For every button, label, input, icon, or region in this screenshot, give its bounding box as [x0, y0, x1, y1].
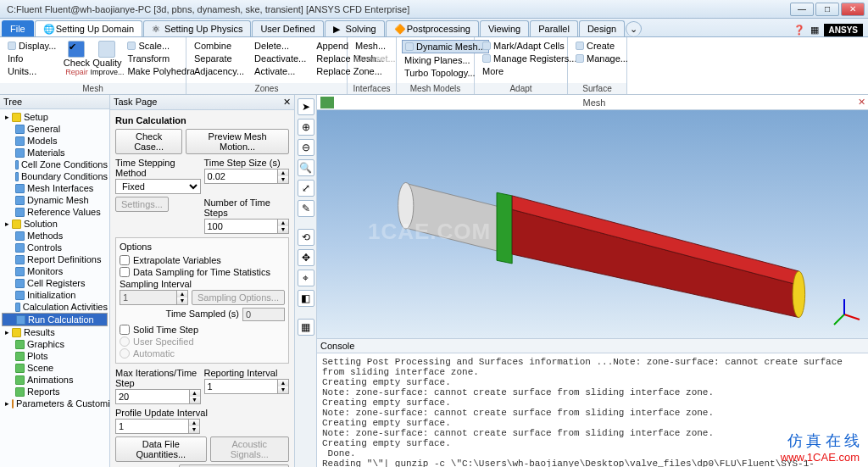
- tab-design[interactable]: Design: [579, 20, 625, 36]
- axis-tool[interactable]: ⌖: [298, 270, 314, 286]
- tab-postprocessing[interactable]: 🔶Postprocessing: [386, 20, 479, 36]
- tree-node[interactable]: Animations: [2, 374, 108, 386]
- tree-node[interactable]: Run Calculation: [2, 313, 108, 326]
- create-surface-button[interactable]: Create: [573, 40, 631, 52]
- probe-tool[interactable]: ✎: [298, 200, 314, 217]
- tab-parallel[interactable]: Parallel: [530, 20, 578, 36]
- layout-icon[interactable]: ▦: [810, 25, 819, 36]
- info-button[interactable]: Info: [5, 53, 58, 64]
- tab-setting-up-physics[interactable]: ⚛Setting Up Physics: [143, 20, 251, 36]
- deactivate-button[interactable]: Deactivate...: [252, 53, 309, 64]
- units-button[interactable]: Units...: [5, 65, 58, 77]
- spinner[interactable]: ▲▼: [278, 169, 289, 184]
- cube-tool[interactable]: ◧: [298, 290, 314, 307]
- rotate-tool[interactable]: ⟲: [298, 229, 314, 246]
- check-case-button[interactable]: Check Case...: [115, 129, 182, 154]
- tree-node[interactable]: Report Definitions: [2, 253, 108, 265]
- separate-button[interactable]: Separate: [192, 53, 247, 64]
- tree-node[interactable]: ▸Parameters & Customiz...: [2, 398, 108, 409]
- tree-node[interactable]: Models: [2, 135, 108, 147]
- close-button[interactable]: ✕: [841, 3, 865, 16]
- zoom-box-tool[interactable]: 🔍: [298, 159, 314, 176]
- max-iter-input[interactable]: [115, 389, 190, 404]
- extrapolate-checkbox[interactable]: Extrapolate Variables: [120, 254, 285, 266]
- mark-adapt-button[interactable]: Mark/Adapt Cells: [480, 40, 579, 52]
- canvas-3d[interactable]: 1CAE.COM: [317, 110, 868, 338]
- tab-user-defined[interactable]: User Defined: [252, 20, 323, 36]
- data-file-quantities-button[interactable]: Data File Quantities...: [115, 436, 207, 462]
- preview-mesh-button[interactable]: Preview Mesh Motion...: [186, 129, 289, 154]
- fit-tool[interactable]: ⤢: [298, 180, 314, 197]
- tree-node[interactable]: Reports: [2, 386, 108, 398]
- activate-button[interactable]: Activate...: [252, 65, 309, 77]
- display-button[interactable]: Display...: [5, 40, 58, 52]
- tab-setting-up-domain[interactable]: 🌐Setting Up Domain: [35, 20, 142, 36]
- ribbon-tabbar: File 🌐Setting Up Domain ⚛Setting Up Phys…: [0, 19, 868, 37]
- max-iter-label: Max Iterations/Time Step: [115, 367, 201, 389]
- more-adapt-button[interactable]: More: [480, 65, 579, 77]
- adjacency-button[interactable]: Adjacency...: [192, 65, 247, 77]
- tree-node[interactable]: ▸Results: [2, 326, 108, 338]
- tree-node[interactable]: Monitors: [2, 265, 108, 277]
- profile-interval-input[interactable]: [115, 419, 189, 434]
- tree-node[interactable]: Controls: [2, 242, 108, 253]
- tree-node[interactable]: Dynamic Mesh: [2, 194, 108, 206]
- tree-node[interactable]: Plots: [2, 350, 108, 362]
- solid-ts-checkbox[interactable]: Solid Time Step: [120, 324, 285, 336]
- tree-node[interactable]: Materials: [2, 147, 108, 158]
- window-buttons: — □ ✕: [790, 3, 865, 16]
- time-step-size-input[interactable]: [204, 169, 279, 184]
- task-close-icon[interactable]: ✕: [283, 97, 291, 108]
- tree-node[interactable]: Scene: [2, 362, 108, 374]
- help-icon[interactable]: ❓: [793, 25, 805, 36]
- tree-node[interactable]: Boundary Conditions: [2, 170, 108, 182]
- layout-tool[interactable]: ▦: [298, 319, 314, 336]
- sampling-checkbox[interactable]: Data Sampling for Time Statistics: [120, 266, 285, 278]
- pan-tool[interactable]: ✥: [298, 249, 314, 266]
- tree-node[interactable]: Methods: [2, 230, 108, 242]
- manage-registers-button[interactable]: Manage Registers...: [480, 53, 579, 64]
- check-button[interactable]: ✔CheckRepair: [62, 39, 91, 78]
- tab-file[interactable]: File: [2, 20, 34, 36]
- tree-node[interactable]: Initialization: [2, 289, 108, 301]
- nts-label: Number of Time Steps: [204, 197, 290, 219]
- manage-surface-button[interactable]: Manage...: [573, 53, 631, 64]
- tree-node[interactable]: ▸Solution: [2, 218, 108, 230]
- tree-node[interactable]: Reference Values: [2, 206, 108, 218]
- tree-node[interactable]: Cell Registers: [2, 277, 108, 289]
- combine-button[interactable]: Combine: [192, 40, 247, 52]
- label: Improve...: [90, 68, 124, 76]
- tree-node[interactable]: Cell Zone Conditions: [2, 158, 108, 170]
- maximize-button[interactable]: □: [815, 3, 839, 16]
- footer-cn: 仿 真 在 线: [781, 431, 860, 451]
- tab-label: Design: [587, 24, 616, 34]
- delete-button[interactable]: Delete...: [252, 40, 309, 52]
- zoom-in-tool[interactable]: ⊕: [298, 119, 314, 136]
- tree-node[interactable]: Graphics: [2, 338, 108, 350]
- rep-int-input[interactable]: [204, 379, 279, 394]
- tree-icon: [15, 387, 25, 397]
- tree-body[interactable]: ▸SetupGeneralModelsMaterialsCell Zone Co…: [0, 109, 109, 411]
- num-time-steps-input[interactable]: [204, 219, 279, 234]
- tab-viewing[interactable]: Viewing: [480, 20, 529, 36]
- viewport-close-icon[interactable]: ✕: [854, 97, 868, 108]
- view-wrap: ➤ ⊕ ⊖ 🔍 ⤢ ✎ ⟲ ✥ ⌖ ◧ ▦ Mesh ✕: [295, 95, 868, 467]
- tree-node[interactable]: Calculation Activities: [2, 301, 108, 313]
- group-title-mesh-models: Mesh Models: [397, 83, 474, 94]
- minimize-button[interactable]: —: [790, 3, 814, 16]
- physics-icon: ⚛: [152, 24, 162, 34]
- tab-solving[interactable]: ▶Solving: [325, 20, 385, 36]
- interfaces-mesh-button[interactable]: Mesh...: [353, 40, 398, 52]
- label: Overset...: [355, 53, 396, 64]
- group-title-zones: Zones: [186, 83, 347, 94]
- spinner[interactable]: ▲▼: [278, 219, 289, 234]
- pointer-tool[interactable]: ➤: [298, 98, 314, 115]
- tree-node[interactable]: Mesh Interfaces: [2, 182, 108, 194]
- zoom-out-tool[interactable]: ⊖: [298, 139, 314, 156]
- tree-node[interactable]: ▸Setup: [2, 111, 108, 123]
- sampling-interval-input[interactable]: [120, 290, 177, 305]
- quality-button[interactable]: QualityImprove...: [92, 39, 121, 78]
- tree-node[interactable]: General: [2, 123, 108, 135]
- time-stepping-select[interactable]: Fixed: [115, 179, 201, 194]
- tab-expand[interactable]: ⌄: [626, 21, 642, 36]
